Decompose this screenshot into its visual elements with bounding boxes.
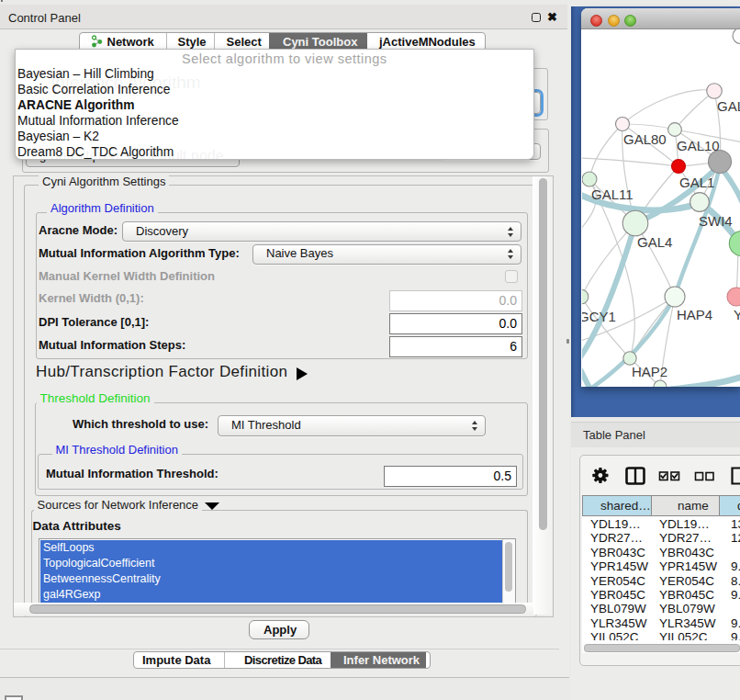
svg-text:GAL4: GAL4 [637, 234, 672, 250]
svg-text:HAP2: HAP2 [632, 364, 667, 379]
svg-text:SWI4: SWI4 [699, 213, 733, 229]
svg-text:GAL11: GAL11 [591, 186, 633, 202]
svg-text:YB: YB [734, 307, 740, 322]
svg-text:GAL10: GAL10 [677, 138, 720, 153]
svg-text:GCY1: GCY1 [582, 309, 616, 324]
svg-text:HAP4: HAP4 [677, 307, 712, 322]
svg-text:GAL7: GAL7 [717, 98, 740, 114]
svg-text:GAL80: GAL80 [623, 131, 667, 147]
svg-text:GAL1: GAL1 [679, 175, 714, 190]
